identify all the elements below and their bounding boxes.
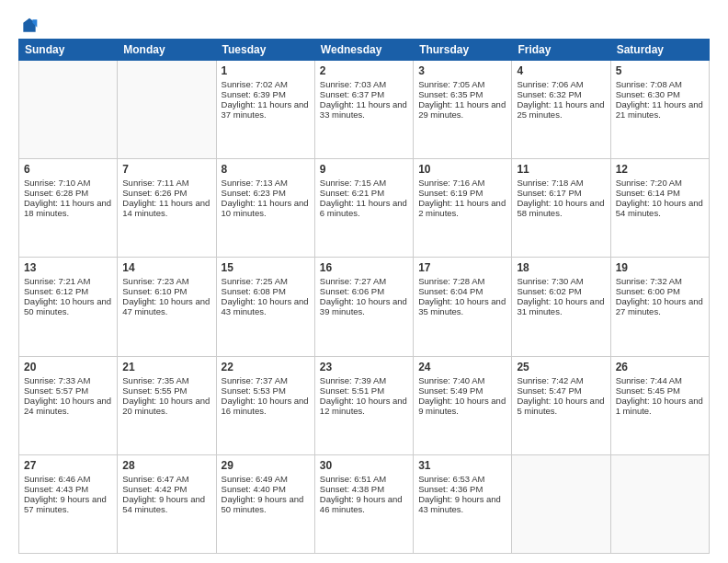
table-row: 5Sunrise: 7:08 AMSunset: 6:30 PMDaylight…	[610, 61, 709, 159]
day-number: 27	[24, 459, 112, 472]
logo-icon	[20, 17, 39, 35]
day-number: 24	[418, 361, 506, 373]
table-row: 24Sunrise: 7:40 AMSunset: 5:49 PMDayligh…	[414, 356, 512, 454]
sunrise-text: Sunrise: 7:40 AMSunset: 5:49 PMDaylight:…	[418, 375, 506, 416]
sunrise-text: Sunrise: 7:03 AMSunset: 6:37 PMDaylight:…	[320, 79, 407, 120]
table-row: 19Sunrise: 7:32 AMSunset: 6:00 PMDayligh…	[610, 258, 709, 356]
header-friday: Friday	[512, 40, 610, 61]
day-number: 19	[616, 261, 704, 274]
table-row: 3Sunrise: 7:05 AMSunset: 6:35 PMDaylight…	[414, 61, 512, 159]
sunrise-text: Sunrise: 7:39 AMSunset: 5:51 PMDaylight:…	[320, 375, 407, 416]
sunrise-text: Sunrise: 7:33 AMSunset: 5:57 PMDaylight:…	[24, 375, 111, 416]
sunrise-text: Sunrise: 7:20 AMSunset: 6:14 PMDaylight:…	[616, 178, 703, 218]
sunrise-text: Sunrise: 6:53 AMSunset: 4:36 PMDaylight:…	[418, 474, 501, 514]
table-row: 26Sunrise: 7:44 AMSunset: 5:45 PMDayligh…	[610, 356, 709, 454]
table-row: 25Sunrise: 7:42 AMSunset: 5:47 PMDayligh…	[512, 356, 610, 454]
sunrise-text: Sunrise: 6:49 AMSunset: 4:40 PMDaylight:…	[222, 474, 304, 514]
table-row: 18Sunrise: 7:30 AMSunset: 6:02 PMDayligh…	[512, 258, 610, 356]
day-number: 4	[517, 64, 605, 77]
day-number: 7	[122, 163, 210, 176]
table-row: 28Sunrise: 6:47 AMSunset: 4:42 PMDayligh…	[118, 454, 216, 553]
table-row: 17Sunrise: 7:28 AMSunset: 6:04 PMDayligh…	[414, 258, 512, 356]
table-row	[610, 454, 709, 553]
table-row	[512, 454, 610, 553]
sunrise-text: Sunrise: 7:27 AMSunset: 6:06 PMDaylight:…	[320, 276, 407, 316]
header-saturday: Saturday	[610, 40, 709, 61]
table-row: 13Sunrise: 7:21 AMSunset: 6:12 PMDayligh…	[19, 258, 118, 356]
table-row	[118, 61, 216, 159]
calendar-week-row: 6Sunrise: 7:10 AMSunset: 6:28 PMDaylight…	[19, 159, 710, 258]
day-number: 14	[122, 261, 210, 274]
table-row: 12Sunrise: 7:20 AMSunset: 6:14 PMDayligh…	[610, 159, 709, 258]
sunrise-text: Sunrise: 7:28 AMSunset: 6:04 PMDaylight:…	[418, 276, 506, 316]
sunrise-text: Sunrise: 7:32 AMSunset: 6:00 PMDaylight:…	[616, 276, 703, 316]
sunrise-text: Sunrise: 6:47 AMSunset: 4:42 PMDaylight:…	[122, 474, 205, 514]
sunrise-text: Sunrise: 7:35 AMSunset: 5:55 PMDaylight:…	[122, 375, 210, 416]
sunrise-text: Sunrise: 7:23 AMSunset: 6:10 PMDaylight:…	[122, 276, 210, 316]
day-number: 6	[24, 163, 112, 176]
sunrise-text: Sunrise: 7:11 AMSunset: 6:26 PMDaylight:…	[122, 178, 210, 218]
calendar-week-row: 13Sunrise: 7:21 AMSunset: 6:12 PMDayligh…	[19, 258, 710, 356]
header-sunday: Sunday	[19, 40, 118, 61]
day-number: 21	[122, 361, 210, 373]
day-number: 15	[222, 261, 310, 274]
table-row: 8Sunrise: 7:13 AMSunset: 6:23 PMDaylight…	[216, 159, 314, 258]
day-number: 10	[418, 163, 506, 176]
table-row: 23Sunrise: 7:39 AMSunset: 5:51 PMDayligh…	[314, 356, 413, 454]
day-number: 22	[222, 361, 310, 373]
table-row: 20Sunrise: 7:33 AMSunset: 5:57 PMDayligh…	[19, 356, 118, 454]
table-row: 21Sunrise: 7:35 AMSunset: 5:55 PMDayligh…	[118, 356, 216, 454]
table-row: 27Sunrise: 6:46 AMSunset: 4:43 PMDayligh…	[19, 454, 118, 553]
table-row: 11Sunrise: 7:18 AMSunset: 6:17 PMDayligh…	[512, 159, 610, 258]
header-tuesday: Tuesday	[216, 40, 314, 61]
day-number: 16	[320, 261, 408, 274]
sunrise-text: Sunrise: 7:02 AMSunset: 6:39 PMDaylight:…	[222, 79, 309, 120]
sunrise-text: Sunrise: 7:42 AMSunset: 5:47 PMDaylight:…	[517, 375, 604, 416]
day-number: 31	[418, 459, 506, 472]
day-number: 3	[418, 64, 506, 77]
day-number: 18	[517, 261, 605, 274]
day-number: 8	[222, 163, 310, 176]
calendar-week-row: 27Sunrise: 6:46 AMSunset: 4:43 PMDayligh…	[19, 454, 710, 553]
day-number: 26	[616, 361, 704, 373]
calendar-table: Sunday Monday Tuesday Wednesday Thursday…	[18, 39, 710, 554]
sunrise-text: Sunrise: 7:05 AMSunset: 6:35 PMDaylight:…	[418, 79, 506, 120]
day-number: 13	[24, 261, 112, 274]
header	[18, 17, 710, 31]
sunrise-text: Sunrise: 7:10 AMSunset: 6:28 PMDaylight:…	[24, 178, 111, 218]
sunrise-text: Sunrise: 6:51 AMSunset: 4:38 PMDaylight:…	[320, 474, 403, 514]
table-row: 14Sunrise: 7:23 AMSunset: 6:10 PMDayligh…	[118, 258, 216, 356]
header-thursday: Thursday	[414, 40, 512, 61]
calendar-week-row: 1Sunrise: 7:02 AMSunset: 6:39 PMDaylight…	[19, 61, 710, 159]
table-row: 1Sunrise: 7:02 AMSunset: 6:39 PMDaylight…	[216, 61, 314, 159]
table-row: 31Sunrise: 6:53 AMSunset: 4:36 PMDayligh…	[414, 454, 512, 553]
header-monday: Monday	[118, 40, 216, 61]
weekday-header-row: Sunday Monday Tuesday Wednesday Thursday…	[19, 40, 710, 61]
day-number: 5	[616, 64, 704, 77]
table-row: 30Sunrise: 6:51 AMSunset: 4:38 PMDayligh…	[314, 454, 413, 553]
day-number: 25	[517, 361, 605, 373]
day-number: 23	[320, 361, 408, 373]
day-number: 30	[320, 459, 408, 472]
day-number: 11	[517, 163, 605, 176]
sunrise-text: Sunrise: 7:16 AMSunset: 6:19 PMDaylight:…	[418, 178, 506, 218]
table-row: 9Sunrise: 7:15 AMSunset: 6:21 PMDaylight…	[314, 159, 413, 258]
sunrise-text: Sunrise: 7:13 AMSunset: 6:23 PMDaylight:…	[222, 178, 309, 218]
sunrise-text: Sunrise: 7:15 AMSunset: 6:21 PMDaylight:…	[320, 178, 407, 218]
table-row: 7Sunrise: 7:11 AMSunset: 6:26 PMDaylight…	[118, 159, 216, 258]
day-number: 1	[222, 64, 310, 77]
table-row: 15Sunrise: 7:25 AMSunset: 6:08 PMDayligh…	[216, 258, 314, 356]
day-number: 2	[320, 64, 408, 77]
table-row: 2Sunrise: 7:03 AMSunset: 6:37 PMDaylight…	[314, 61, 413, 159]
sunrise-text: Sunrise: 7:44 AMSunset: 5:45 PMDaylight:…	[616, 375, 703, 416]
table-row: 29Sunrise: 6:49 AMSunset: 4:40 PMDayligh…	[216, 454, 314, 553]
table-row: 10Sunrise: 7:16 AMSunset: 6:19 PMDayligh…	[414, 159, 512, 258]
sunrise-text: Sunrise: 7:37 AMSunset: 5:53 PMDaylight:…	[222, 375, 309, 416]
day-number: 12	[616, 163, 704, 176]
table-row: 22Sunrise: 7:37 AMSunset: 5:53 PMDayligh…	[216, 356, 314, 454]
calendar-week-row: 20Sunrise: 7:33 AMSunset: 5:57 PMDayligh…	[19, 356, 710, 454]
page: Sunday Monday Tuesday Wednesday Thursday…	[0, 0, 728, 563]
sunrise-text: Sunrise: 7:30 AMSunset: 6:02 PMDaylight:…	[517, 276, 604, 316]
sunrise-text: Sunrise: 7:18 AMSunset: 6:17 PMDaylight:…	[517, 178, 604, 218]
sunrise-text: Sunrise: 7:21 AMSunset: 6:12 PMDaylight:…	[24, 276, 111, 316]
